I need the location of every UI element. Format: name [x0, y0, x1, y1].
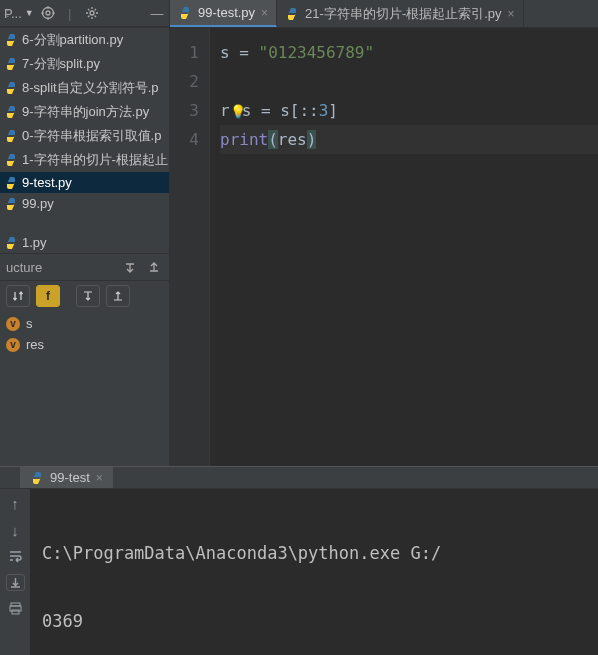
bulb-icon[interactable]: 💡 [230, 97, 242, 126]
variable-icon: v [6, 338, 20, 352]
svg-point-1 [46, 11, 50, 15]
run-body: ↑ ↓ C:\ProgramData\Anaconda3\python.exe … [0, 489, 598, 655]
up-arrow-icon[interactable]: ↑ [11, 495, 19, 512]
divider-icon: | [62, 5, 78, 21]
structure-var[interactable]: v res [4, 334, 165, 355]
structure-list[interactable]: v s v res [0, 311, 169, 363]
scroll-end-icon[interactable] [6, 574, 25, 591]
structure-title: ucture [6, 260, 42, 275]
structure-header: ucture [0, 253, 169, 280]
structure-toolbar: f [0, 280, 169, 311]
svg-point-0 [42, 8, 53, 19]
tree-item-label: 7-分割split.py [22, 55, 100, 73]
line-number: 1 [170, 38, 199, 67]
tree-item-label: 1.py [22, 235, 47, 250]
line-number: 3 [170, 96, 199, 125]
tree-item-label: 9-字符串的join方法.py [22, 103, 149, 121]
close-icon[interactable]: × [261, 6, 268, 20]
fields-filter-icon[interactable]: f [36, 285, 60, 307]
expand-icon[interactable] [121, 258, 139, 276]
run-label-colon: : [6, 5, 10, 20]
code-line: r💡s = s[::3] [220, 96, 598, 125]
python-icon [4, 105, 18, 119]
python-icon [178, 6, 192, 20]
python-icon [30, 471, 44, 485]
tree-item[interactable]: 6-分割partition.py [0, 28, 169, 52]
close-icon[interactable]: × [96, 471, 103, 485]
python-icon [4, 57, 18, 71]
down-arrow-icon[interactable]: ↓ [11, 522, 19, 539]
tree-item-label: 0-字符串根据索引取值.p [22, 127, 161, 145]
variable-icon: v [6, 317, 20, 331]
print-icon[interactable] [8, 601, 23, 616]
tab-label: 21-字符串的切片-根据起止索引.py [305, 5, 501, 23]
console-line: 0369 [42, 607, 590, 635]
tree-item-label: 9-test.py [22, 175, 72, 190]
tree-item-label: 6-分割partition.py [22, 31, 123, 49]
tree-item[interactable]: 99.py [0, 193, 169, 214]
tree-item[interactable]: 9-字符串的join方法.py [0, 100, 169, 124]
tab-21[interactable]: 21-字符串的切片-根据起止索引.py × [277, 0, 523, 27]
python-icon [285, 7, 299, 21]
tree-item[interactable]: 1-字符串的切片-根据起止 [0, 148, 169, 172]
code-line: s = "0123456789" [220, 38, 598, 67]
close-icon[interactable]: × [508, 7, 515, 21]
python-icon [4, 81, 18, 95]
scroll-to-icon[interactable] [76, 285, 100, 307]
tab-99-test[interactable]: 99-test.py × [170, 0, 277, 27]
tree-item[interactable]: 9-test.py [0, 172, 169, 193]
collapse-all-icon[interactable] [145, 258, 163, 276]
structure-var[interactable]: v s [4, 313, 165, 334]
tree-item[interactable]: 0-字符串根据索引取值.p [0, 124, 169, 148]
svg-point-6 [90, 11, 94, 15]
tree-item[interactable]: 8-split自定义分割符号.p [0, 76, 169, 100]
code-line [220, 67, 598, 96]
run-tab-label: 99-test [50, 470, 90, 485]
project-toolbar: P... ▼ | — [0, 0, 170, 27]
tree-item[interactable]: 7-分割split.py [0, 52, 169, 76]
run-tabs: : 99-test × [0, 467, 598, 489]
run-tool-window: : 99-test × ↑ ↓ C:\ProgramData\Anaconda3… [0, 466, 598, 655]
line-number: 4 [170, 125, 199, 154]
tree-item-label: 8-split自定义分割符号.p [22, 79, 159, 97]
scroll-from-icon[interactable] [106, 285, 130, 307]
target-icon[interactable] [40, 5, 56, 21]
python-icon [4, 153, 18, 167]
code-area[interactable]: s = "0123456789" r💡s = s[::3] print(res) [210, 28, 598, 466]
top-row: P... ▼ | — 99-test.py × 21-字符串的切片-根据起止索引… [0, 0, 598, 28]
python-icon [4, 176, 18, 190]
python-icon [4, 236, 18, 250]
sort-icon[interactable] [6, 285, 30, 307]
collapse-icon[interactable]: — [149, 5, 165, 21]
chevron-down-icon[interactable]: ▼ [25, 8, 34, 18]
run-gutter: ↑ ↓ [0, 489, 30, 655]
wrap-icon[interactable] [8, 549, 23, 564]
python-icon [4, 33, 18, 47]
code-line: print(res) [220, 125, 598, 154]
python-icon [4, 197, 18, 211]
python-icon [4, 129, 18, 143]
structure-var-label: s [26, 316, 33, 331]
project-tree[interactable]: 6-分割partition.py7-分割split.py8-split自定义分割… [0, 28, 169, 214]
structure-var-label: res [26, 337, 44, 352]
tree-item-label: 99.py [22, 196, 54, 211]
tab-label: 99-test.py [198, 5, 255, 20]
main-split: 6-分割partition.py7-分割split.py8-split自定义分割… [0, 28, 598, 466]
left-panel: 6-分割partition.py7-分割split.py8-split自定义分割… [0, 28, 170, 466]
tree-item-extra[interactable]: 1.py [0, 232, 169, 253]
code-editor[interactable]: 1 2 3 4 s = "0123456789" r💡s = s[::3] pr… [170, 28, 598, 466]
gutter: 1 2 3 4 [170, 28, 210, 466]
console-line: C:\ProgramData\Anaconda3\python.exe G:/ [42, 539, 590, 567]
console-output[interactable]: C:\ProgramData\Anaconda3\python.exe G:/ … [30, 489, 598, 655]
tree-item-label: 1-字符串的切片-根据起止 [22, 151, 168, 169]
line-number: 2 [170, 67, 199, 96]
gear-icon[interactable] [84, 5, 100, 21]
run-tab[interactable]: 99-test × [20, 467, 113, 488]
